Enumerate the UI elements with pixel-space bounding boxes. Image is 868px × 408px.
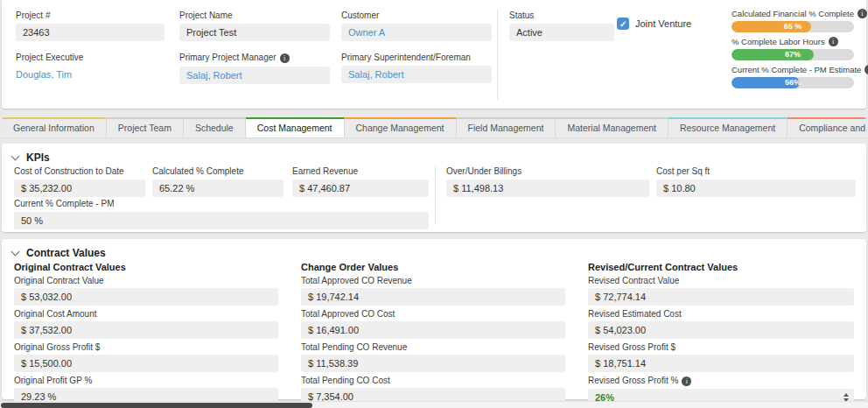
pending-co-revenue-field: Total Pending CO Revenue $ 11,538.39	[301, 343, 565, 372]
revised-contract-values-column: Revised/Current Contract Values Revised …	[588, 262, 854, 406]
customer-link[interactable]: Owner A	[348, 27, 385, 38]
info-icon[interactable]	[829, 37, 838, 46]
customer-label: Customer	[341, 11, 492, 20]
project-name-label: Project Name	[179, 11, 330, 20]
kpi-label: Calculated % Complete	[152, 166, 284, 176]
info-icon[interactable]	[280, 53, 290, 63]
primary-project-manager-field: Primary Project Manager Salaj, Robert	[179, 53, 330, 84]
primary-superintendent-link[interactable]: Salaj, Robert	[348, 69, 404, 80]
approved-co-revenue-field: Total Approved CO Revenue $ 19,742.14	[301, 277, 565, 306]
joint-venture-label: Joint Venture	[635, 18, 691, 29]
contract-values-title: Contract Values	[26, 247, 106, 259]
kpi-label: Current % Complete - PM	[14, 199, 429, 208]
tab-schedule[interactable]: Schedule	[184, 117, 246, 137]
project-name-field: Project Name Project Test	[179, 11, 330, 41]
financial-percent-complete: Calculated Financial % Complete 65 %	[732, 9, 859, 32]
approved-co-cost-field: Total Approved CO Cost $ 16,491.00	[301, 310, 565, 339]
kpi-calculated-percent: Calculated % Complete 65.22 %	[152, 166, 284, 197]
stepper-up-icon[interactable]	[844, 393, 849, 397]
project-executive-field: Project Executive Douglas, Tim	[16, 53, 164, 83]
kpi-label: Cost per Sq ft	[656, 166, 856, 176]
tab-general-information[interactable]: General Information	[2, 117, 107, 137]
primary-superintendent-label: Primary Superintendent/Foreman	[341, 53, 492, 62]
status-value[interactable]: Active	[509, 24, 614, 41]
header-divider	[497, 9, 498, 100]
project-number-value[interactable]: 23463	[16, 24, 164, 41]
header-col-3: Customer Owner A Primary Superintendent/…	[341, 11, 492, 83]
financial-percent-bar: 65 %	[732, 21, 854, 32]
primary-superintendent-field: Primary Superintendent/Foreman Salaj, Ro…	[341, 53, 492, 83]
header-col-2: Project Name Project Test Primary Projec…	[179, 11, 330, 84]
contract-values-header[interactable]: Contract Values	[12, 247, 106, 259]
kpi-value[interactable]: $ 11,498.13	[446, 179, 649, 197]
module-tab-bar: General Information Project Team Schedul…	[2, 117, 866, 138]
revised-estimated-cost-field: Revised Estimated Cost $ 54,023.00	[588, 310, 854, 339]
primary-project-manager-label: Primary Project Manager	[179, 53, 330, 63]
original-contract-values-column: Original Contract Values Original Contra…	[14, 262, 278, 405]
bar-value: 67%	[732, 49, 854, 60]
tab-cost-management[interactable]: Cost Management	[246, 117, 345, 137]
kpi-over-under-billings: Over/Under Billings $ 11,498.13	[446, 166, 649, 197]
horizontal-scrollbar	[0, 401, 868, 408]
collapse-chevron-icon[interactable]	[11, 151, 20, 160]
primary-superintendent-value[interactable]: Salaj, Robert	[341, 66, 492, 83]
pm-estimate-bar: 56%	[732, 77, 854, 88]
customer-value[interactable]: Owner A	[341, 24, 492, 41]
pm-estimate-percent-complete: Current % Complete - PM Estimate 56%	[732, 65, 859, 88]
original-contract-value-field: Original Contract Value $ 53,032.00	[14, 277, 278, 306]
labor-hours-label: % Complete Labor Hours	[732, 37, 859, 46]
contract-values-section: Contract Values Original Contract Values…	[2, 239, 866, 399]
column-title: Original Contract Values	[14, 262, 278, 272]
joint-venture-checkbox[interactable]	[617, 18, 629, 30]
project-number-label: Project #	[16, 11, 164, 20]
kpis-header[interactable]: KPIs	[12, 151, 50, 164]
tab-material-management[interactable]: Material Management	[556, 117, 668, 137]
kpi-value[interactable]: 65.22 %	[152, 179, 284, 197]
header-col-1: Project # 23463 Project Executive Dougla…	[16, 11, 164, 83]
project-number-field: Project # 23463	[16, 11, 164, 41]
kpi-value[interactable]: $ 10.80	[656, 179, 856, 197]
tab-change-management[interactable]: Change Management	[345, 117, 457, 137]
info-icon[interactable]	[864, 65, 868, 74]
bar-value: 65 %	[732, 21, 854, 32]
project-header-card: Project # 23463 Project Executive Dougla…	[2, 0, 866, 109]
pm-estimate-label: Current % Complete - PM Estimate	[732, 65, 859, 74]
kpis-section: KPIs Cost of Construction to Date $ 35,2…	[2, 144, 866, 232]
kpi-value[interactable]: $ 35,232.00	[14, 179, 145, 197]
bar-value: 56%	[732, 77, 854, 88]
original-gross-profit-field: Original Gross Profit $ $ 15,500.00	[14, 343, 278, 372]
kpi-divider	[435, 166, 436, 224]
scrollbar-thumb[interactable]	[1, 403, 312, 408]
tab-compliance-and-safety[interactable]: Compliance and Safety	[788, 117, 866, 137]
column-title: Change Order Values	[301, 262, 565, 272]
change-order-values-column: Change Order Values Total Approved CO Re…	[301, 262, 565, 405]
progress-bars: Calculated Financial % Complete 65 % % C…	[732, 7, 859, 93]
kpi-label: Cost of Construction to Date	[14, 166, 145, 176]
header-col-status: Status Active	[509, 11, 614, 41]
tab-project-team[interactable]: Project Team	[107, 117, 184, 137]
kpi-value[interactable]: 50 %	[14, 212, 429, 229]
original-cost-amount-field: Original Cost Amount $ 37,532.00	[14, 310, 278, 339]
tab-field-management[interactable]: Field Management	[457, 117, 556, 137]
kpi-current-percent-pm: Current % Complete - PM 50 %	[14, 199, 429, 229]
project-name-value[interactable]: Project Test	[179, 24, 330, 41]
info-icon[interactable]	[682, 376, 691, 386]
revised-contract-value-field: Revised Contract Value $ 72,774.14	[588, 277, 854, 306]
kpi-cost-per-sqft: Cost per Sq ft $ 10.80	[656, 166, 856, 197]
tab-resource-management[interactable]: Resource Management	[668, 117, 788, 137]
primary-project-manager-link[interactable]: Salaj, Robert	[186, 70, 242, 81]
column-title: Revised/Current Contract Values	[588, 262, 854, 272]
status-field: Status Active	[509, 11, 614, 41]
revised-gross-profit-field: Revised Gross Profit $ $ 18,751.14	[588, 343, 854, 372]
customer-field: Customer Owner A	[341, 11, 492, 41]
project-executive-link[interactable]: Douglas, Tim	[16, 66, 164, 83]
kpis-title: KPIs	[26, 151, 50, 164]
primary-project-manager-value[interactable]: Salaj, Robert	[179, 67, 330, 84]
info-icon[interactable]	[858, 9, 867, 18]
collapse-chevron-icon[interactable]	[11, 247, 20, 256]
kpi-label: Over/Under Billings	[446, 166, 649, 176]
kpi-value[interactable]: $ 47,460.87	[292, 179, 429, 197]
financial-percent-label: Calculated Financial % Complete	[732, 9, 859, 18]
kpi-label: Earned Revenue	[292, 166, 429, 176]
joint-venture-field: Joint Venture	[617, 18, 691, 30]
